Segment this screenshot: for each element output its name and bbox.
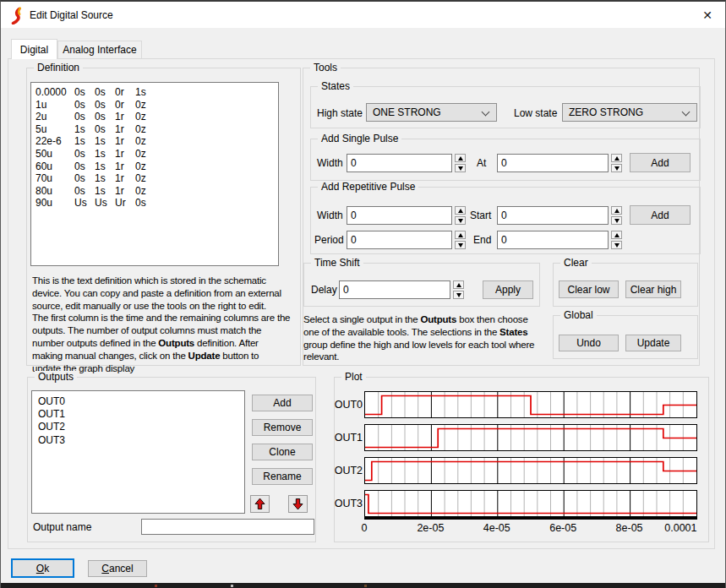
waveform-strip-out2 [364,457,697,484]
repetitive-width-input[interactable] [347,206,452,225]
definition-row: 5u1s0s1r0z [35,123,278,136]
spin-up-button[interactable] [611,206,622,215]
definition-text[interactable]: 0.00000s0s0r1s1u0s0s0r0z2u0s0s1r0z5u1s0s… [30,82,279,266]
down-triangle-icon [614,166,620,171]
output-remove-button[interactable]: Remove [252,419,313,436]
down-triangle-icon [458,219,463,223]
single-pulse-at-spinner [611,154,622,172]
output-list-item[interactable]: OUT0 [38,395,244,408]
delay-input[interactable] [339,280,450,299]
spin-down-button[interactable] [455,241,466,249]
spin-down-button[interactable] [611,241,622,249]
repetitive-pulse-add-button[interactable]: Add [630,205,691,225]
output-rename-button[interactable]: Rename [252,468,313,485]
definition-row: 1u0s0s0r0z [35,99,278,112]
move-output-up-button[interactable] [250,495,270,513]
output-add-button[interactable]: Add [252,395,313,411]
up-triangle-icon [614,156,620,161]
down-triangle-icon [458,166,463,171]
waveform-strip-out1 [364,424,697,451]
output-name-label: Output name [33,521,91,533]
repetitive-end-input[interactable] [497,231,609,249]
repetitive-width-spinner [455,206,466,225]
tab-digital[interactable]: Digital [11,39,57,59]
close-icon[interactable]: ✕ [695,5,720,24]
repetitive-period-spinner [455,231,466,249]
repetitive-end-spinner [611,231,622,249]
spin-up-button[interactable] [611,231,622,239]
repetitive-width-label: Width [317,210,343,221]
spin-down-button[interactable] [611,216,622,225]
single-pulse-add-button[interactable]: Add [630,153,691,172]
add-single-pulse-group-label: Add Single Pulse [318,133,401,144]
output-clone-button[interactable]: Clone [252,444,313,460]
output-list-item[interactable]: OUT3 [38,434,244,447]
x-axis-tick-label: 0 [362,522,368,534]
high-state-value: ONE STRONG [373,106,441,118]
trace-label-out3: OUT3 [335,490,363,517]
red-down-arrow-icon [292,498,304,510]
delay-spinner [453,280,464,299]
up-triangle-icon [458,156,463,161]
repetitive-start-spinner [611,206,622,225]
x-axis-tick-label: 8e-05 [616,522,643,534]
spin-up-button[interactable] [455,154,466,162]
spin-down-button[interactable] [453,291,464,299]
spin-up-button[interactable] [455,231,466,239]
spin-up-button[interactable] [611,154,622,162]
time-shift-group-label: Time Shift [311,257,363,269]
spin-down-button[interactable] [455,164,466,172]
low-state-select[interactable]: ZERO STRONG [562,103,697,122]
repetitive-period-input[interactable] [347,231,452,249]
tools-group: Tools States High state ONE STRONG Low s… [303,68,700,366]
up-triangle-icon [456,283,461,287]
apply-button[interactable]: Apply [483,280,533,299]
global-group: Global Undo Update [553,315,698,359]
definition-row: 80u0s1s1r0z [35,185,278,198]
move-output-down-button[interactable] [288,495,308,513]
single-pulse-width-input[interactable] [347,154,452,172]
down-triangle-icon [458,243,463,248]
window-title: Edit Digital Source [30,9,113,21]
down-triangle-icon [614,243,620,248]
repetitive-end-label: End [473,234,491,246]
trace-label-out1: OUT1 [335,424,363,451]
definition-row: 22e-61s1s1r0z [35,135,278,148]
desktop-behind-strip [1,583,725,588]
down-triangle-icon [456,293,461,297]
undo-button[interactable]: Undo [559,335,619,351]
spin-up-button[interactable] [453,280,464,289]
outputs-list[interactable]: OUT0OUT1OUT2OUT3 [31,390,245,514]
high-state-select[interactable]: ONE STRONG [366,103,497,122]
single-pulse-at-label: At [477,157,486,169]
plot-group: Plot OUT0OUT1OUT2OUT302e-054e-056e-058e-… [334,377,709,542]
single-pulse-at-input[interactable] [497,154,609,172]
output-list-item[interactable]: OUT1 [38,408,244,421]
low-state-label: Low state [514,107,557,119]
x-axis-tick-label: 0.0001 [664,522,696,534]
global-group-label: Global [560,309,597,321]
cancel-button[interactable]: Cancel [88,560,147,577]
chevron-down-icon [482,108,490,117]
ok-button[interactable]: Ok [11,558,74,578]
output-name-input[interactable] [141,519,314,535]
x-axis-tick-label: 4e-05 [483,522,510,534]
waveform-strip-out0 [364,391,697,418]
spin-down-button[interactable] [455,216,466,225]
x-axis-line [364,517,697,520]
spin-down-button[interactable] [611,164,622,172]
update-button[interactable]: Update [625,335,681,351]
edit-digital-source-dialog: Edit Digital Source ✕ Digital Analog Int… [0,0,726,588]
red-up-arrow-icon [254,498,266,510]
clear-low-button[interactable]: Clear low [559,280,619,298]
repetitive-start-label: Start [470,210,491,221]
spin-up-button[interactable] [455,206,466,215]
add-repetitive-pulse-group: Add Repetitive Pulse Width Start Add Per… [310,187,701,254]
definition-group: Definition 0.00000s0s0r1s1u0s0s0r0z2u0s0… [26,68,301,366]
repetitive-start-input[interactable] [497,206,609,225]
clear-high-button[interactable]: Clear high [625,280,681,298]
output-list-item[interactable]: OUT2 [38,421,244,433]
tab-analog-interface[interactable]: Analog Interface [57,41,142,58]
up-triangle-icon [458,209,463,213]
definition-row: 90uUsUsUr0s [35,197,278,210]
